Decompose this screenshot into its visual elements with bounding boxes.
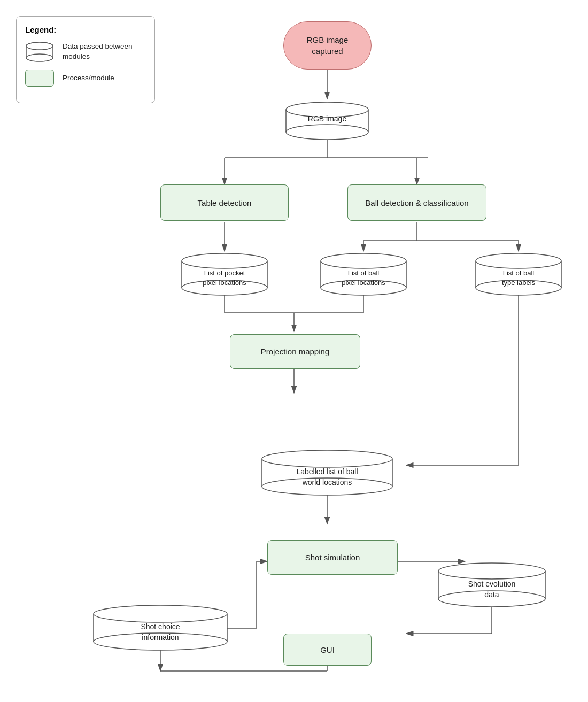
ball-pixels-label: List of ball pixel locations xyxy=(342,268,385,288)
gui-node: GUI xyxy=(283,634,372,666)
ball-labels-label: List of ball type labels xyxy=(502,268,535,288)
table-detection-label: Table detection xyxy=(198,197,252,209)
rgb-image-label: RGB image xyxy=(308,114,346,125)
legend-rect-label: Process/module xyxy=(63,73,114,83)
labelled-list-label: Labelled list of ball world locations xyxy=(296,467,358,488)
shot-choice-label: Shot choice information xyxy=(141,622,180,643)
legend-cylinder-label: Data passed between modules xyxy=(63,42,142,62)
shot-simulation-node: Shot simulation xyxy=(267,540,398,575)
ball-labels-node: List of ball type labels xyxy=(476,262,561,294)
legend-title: Legend: xyxy=(25,25,142,34)
diagram-container: Legend: Data passed between modules Proc… xyxy=(0,0,588,702)
gui-label: GUI xyxy=(320,644,335,655)
table-detection-node: Table detection xyxy=(160,184,289,221)
rgb-captured-node: RGB image captured xyxy=(283,21,372,70)
ball-pixels-node: List of ball pixel locations xyxy=(321,262,406,294)
legend-item-cylinder: Data passed between modules xyxy=(25,42,142,62)
projection-mapping-label: Projection mapping xyxy=(261,346,329,357)
legend-item-rect: Process/module xyxy=(25,70,142,87)
shot-simulation-label: Shot simulation xyxy=(305,552,360,563)
ball-detection-node: Ball detection & classification xyxy=(347,184,486,221)
legend-cylinder-icon xyxy=(25,42,54,62)
rgb-captured-label: RGB image captured xyxy=(307,34,349,57)
ball-detection-label: Ball detection & classification xyxy=(365,197,468,209)
rgb-image-node: RGB image xyxy=(293,103,361,135)
pocket-pixels-node: List of pocket pixel locations xyxy=(182,262,267,294)
svg-point-5 xyxy=(26,42,53,50)
projection-mapping-node: Projection mapping xyxy=(230,334,360,369)
legend-rect-icon xyxy=(25,70,54,87)
shot-evolution-node: Shot evolution data xyxy=(438,571,545,608)
pocket-pixels-label: List of pocket pixel locations xyxy=(203,268,246,288)
shot-evolution-label: Shot evolution data xyxy=(468,579,516,600)
shot-choice-node: Shot choice information xyxy=(94,614,227,651)
legend: Legend: Data passed between modules Proc… xyxy=(16,16,155,103)
svg-point-4 xyxy=(26,54,53,61)
labelled-list-node: Labelled list of ball world locations xyxy=(262,459,392,496)
